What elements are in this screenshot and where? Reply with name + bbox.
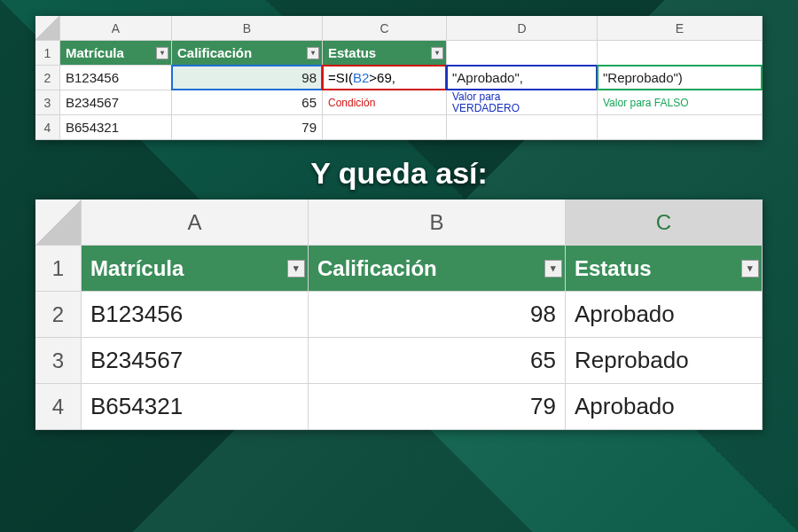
- cell-A3[interactable]: B234567: [60, 90, 172, 115]
- filter-dropdown-icon[interactable]: ▾: [544, 260, 562, 278]
- header-calificacion[interactable]: Calificación ▾: [309, 246, 566, 292]
- spreadsheet-top: A B C D E 1 Matrícula ▾ Calificación ▾ E…: [35, 16, 763, 140]
- cell-value: 98: [301, 70, 317, 85]
- col-header-A[interactable]: A: [60, 16, 172, 41]
- col-header-B[interactable]: B: [309, 200, 566, 246]
- header-label: Estatus: [575, 256, 652, 281]
- cell-A2[interactable]: B123456: [82, 292, 309, 338]
- row-header-2[interactable]: 2: [35, 292, 82, 338]
- formula-false: "Reprobado"): [603, 70, 683, 85]
- cell-E2-formula-false[interactable]: "Reprobado"): [598, 66, 763, 90]
- cell-A4[interactable]: B654321: [82, 384, 309, 430]
- cell-A2[interactable]: B123456: [60, 66, 172, 90]
- annotation-falso: Valor para FALSO: [598, 90, 763, 115]
- col-header-E[interactable]: E: [598, 16, 763, 41]
- header-estatus[interactable]: Estatus ▾: [566, 246, 763, 292]
- row-header-2[interactable]: 2: [35, 66, 60, 90]
- cell-E1[interactable]: [598, 41, 763, 66]
- col-header-C[interactable]: C: [323, 16, 447, 41]
- cell-C3[interactable]: Reprobado: [566, 338, 763, 384]
- annotation-line2: VERDADERO: [452, 103, 591, 114]
- header-label: Matrícula: [66, 45, 124, 60]
- header-label: Matrícula: [90, 256, 184, 281]
- header-estatus[interactable]: Estatus ▾: [323, 41, 447, 66]
- cell-D4[interactable]: [447, 115, 598, 140]
- select-all-corner[interactable]: [35, 200, 82, 246]
- select-all-corner[interactable]: [35, 16, 60, 41]
- header-matricula[interactable]: Matrícula ▾: [82, 246, 309, 292]
- header-label: Estatus: [328, 45, 376, 60]
- cell-B2[interactable]: 98: [309, 292, 566, 338]
- header-calificacion[interactable]: Calificación ▾: [172, 41, 323, 66]
- filter-dropdown-icon[interactable]: ▾: [287, 260, 305, 278]
- formula-prefix: =SI(: [328, 70, 353, 85]
- cell-C4[interactable]: [323, 115, 447, 140]
- col-header-D[interactable]: D: [447, 16, 598, 41]
- filter-dropdown-icon[interactable]: ▾: [431, 47, 443, 59]
- cell-A4[interactable]: B654321: [60, 115, 172, 140]
- col-header-A[interactable]: A: [82, 200, 309, 246]
- row-header-1[interactable]: 1: [35, 41, 60, 66]
- annotation-condicion: Condición: [323, 90, 447, 115]
- col-header-B[interactable]: B: [172, 16, 323, 41]
- row-header-1[interactable]: 1: [35, 246, 82, 292]
- cell-D1[interactable]: [447, 41, 598, 66]
- filter-dropdown-icon[interactable]: ▾: [307, 47, 319, 59]
- cell-B4[interactable]: 79: [172, 115, 323, 140]
- filter-dropdown-icon[interactable]: ▾: [741, 260, 759, 278]
- header-matricula[interactable]: Matrícula ▾: [60, 41, 172, 66]
- row-header-3[interactable]: 3: [35, 338, 82, 384]
- spreadsheet-bottom: A B C 1 Matrícula ▾ Calificación ▾ Estat…: [35, 200, 763, 430]
- formula-true: "Aprobado",: [452, 70, 523, 85]
- cell-E4[interactable]: [598, 115, 763, 140]
- cell-A3[interactable]: B234567: [82, 338, 309, 384]
- formula-ref: B2: [353, 70, 369, 85]
- row-header-4[interactable]: 4: [35, 115, 60, 140]
- cell-C2[interactable]: Aprobado: [566, 292, 763, 338]
- caption-text: Y queda así:: [310, 156, 488, 191]
- annotation-verdadero: Valor para VERDADERO: [447, 90, 598, 115]
- cell-B3[interactable]: 65: [309, 338, 566, 384]
- filter-dropdown-icon[interactable]: ▾: [156, 47, 168, 59]
- cell-C2-formula-condition[interactable]: =SI(B2>69,: [323, 66, 447, 90]
- cell-B3[interactable]: 65: [172, 90, 323, 115]
- cell-B4[interactable]: 79: [309, 384, 566, 430]
- header-label: Calificación: [317, 256, 437, 281]
- row-header-4[interactable]: 4: [35, 384, 82, 430]
- row-header-3[interactable]: 3: [35, 90, 60, 115]
- reference-highlight-B2: [171, 65, 323, 90]
- formula-cond-rest: >69,: [369, 70, 395, 85]
- cell-B2[interactable]: 98: [172, 66, 323, 90]
- col-header-C-active[interactable]: C: [566, 200, 763, 246]
- header-label: Calificación: [177, 45, 252, 60]
- cell-D2-formula-true[interactable]: "Aprobado",: [447, 66, 598, 90]
- cell-C4[interactable]: Aprobado: [566, 384, 763, 430]
